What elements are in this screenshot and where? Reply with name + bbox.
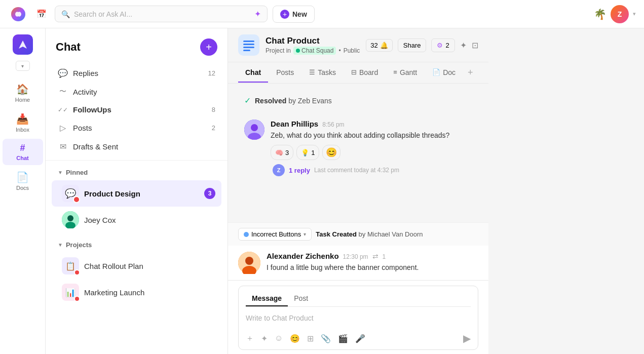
chat-nav-replies[interactable]: 💬 Replies 12	[52, 64, 221, 83]
sidebar-item-home[interactable]: 🏠 Home	[3, 79, 43, 107]
compose-tabs: Message Post	[246, 291, 471, 307]
gantt-icon: ≡	[393, 68, 397, 76]
activity-label: Activity	[73, 88, 215, 96]
home-icon: 🏠	[16, 83, 29, 95]
sidebar-item-label-inbox: Inbox	[16, 127, 29, 133]
ai-button[interactable]: ⚙ 2	[431, 38, 454, 52]
chat-new-button[interactable]: +	[200, 38, 217, 56]
compose-attach-icon[interactable]: ＋	[246, 333, 254, 344]
reply-count-link[interactable]: 1 reply	[289, 167, 310, 174]
search-placeholder: Search or Ask AI...	[74, 10, 250, 18]
projects-section-header[interactable]: ▼ Projects	[46, 237, 228, 253]
reaction-lightbulb[interactable]: 💡 1	[296, 145, 319, 160]
pinned-section-header[interactable]: ▼ Pinned	[46, 165, 228, 180]
resolved-text: Resolved by Zeb Evans	[255, 97, 332, 105]
task-status-chevron: ▾	[304, 231, 306, 237]
sidebar-logo[interactable]	[13, 34, 33, 55]
chat-nav-posts[interactable]: ▷ Posts 2	[52, 119, 221, 137]
compose-emoji2-icon[interactable]: 😊	[290, 334, 300, 343]
dean-phillips-avatar	[244, 120, 264, 140]
dm-item-joey-cox[interactable]: Joey Cox	[52, 207, 221, 233]
resolved-bar: ✓ Resolved by Zeb Evans	[238, 92, 478, 109]
reaction-brain[interactable]: 🧠 3	[271, 145, 293, 160]
svg-point-9	[251, 124, 258, 131]
user-avatar[interactable]: Z	[611, 5, 629, 23]
search-box[interactable]: 🔍 Search or Ask AI... ✦	[55, 6, 268, 22]
compose-placeholder: Write to Chat Product	[246, 314, 314, 322]
tab-doc[interactable]: 📄 Doc	[425, 63, 463, 83]
compose-mic-icon[interactable]: 🎤	[355, 334, 365, 343]
channel-avatar	[238, 34, 259, 56]
tab-tasks[interactable]: ☰ Tasks	[302, 63, 343, 83]
chat-nav-drafts[interactable]: ✉ Drafts & Sent	[52, 137, 221, 156]
compose-paperclip-icon[interactable]: 📎	[321, 334, 331, 343]
avatar-chevron[interactable]: ▾	[633, 11, 636, 17]
task-status-dot	[244, 232, 249, 237]
sidebar-collapse-btn[interactable]: ▾	[16, 61, 30, 71]
product-design-badge: 3	[204, 188, 215, 199]
message-1-time: 8:56 pm	[322, 121, 344, 128]
compose-tab-post[interactable]: Post	[288, 291, 314, 306]
ai-magic-icon[interactable]: ✦	[460, 41, 467, 50]
projects-items: 📋 Chat Rollout Plan 📊 Marketing Launch	[46, 253, 228, 305]
sidebar-item-chat[interactable]: # Chat	[3, 139, 43, 165]
compose-table-icon[interactable]: ⊞	[307, 334, 314, 343]
top-bar: 📅 🔍 Search or Ask AI... ✦ + New 🌴 Z ▾	[0, 0, 644, 28]
message-1-text: Zeb, what do you think about adding coll…	[271, 130, 472, 141]
project-item-marketing-launch[interactable]: 📊 Marketing Launch	[52, 279, 221, 305]
project-item-chat-rollout[interactable]: 📋 Chat Rollout Plan	[52, 253, 221, 279]
message-1-reactions: 🧠 3 💡 1 😊	[271, 145, 472, 160]
compose-tab-message[interactable]: Message	[246, 291, 288, 306]
channel-squad-name: Chat Squad	[301, 47, 333, 54]
message-2-header: Alexander Zichenko 12:30 pm ⇄ 1	[267, 252, 478, 260]
product-design-avatar: 💬	[62, 185, 79, 202]
chat-nav-followups[interactable]: ✓✓ FollowUps 8	[52, 101, 221, 119]
palm-icon[interactable]: 🌴	[594, 8, 607, 20]
message-1-header: Dean Phillips 8:56 pm	[271, 120, 472, 128]
sidebar-item-inbox[interactable]: 📥 Inbox	[3, 109, 43, 137]
alexander-zichenko-avatar	[238, 252, 260, 274]
ai-sparkle-icon: ✦	[254, 9, 261, 19]
tab-posts[interactable]: Posts	[269, 63, 301, 83]
compose-input[interactable]: Write to Chat Product	[246, 311, 471, 329]
tab-posts-label: Posts	[276, 68, 294, 76]
lightbulb-count: 1	[311, 149, 315, 156]
activity-icon: 〜	[58, 87, 68, 96]
chat-rollout-label: Chat Rollout Plan	[84, 262, 143, 270]
task-created-label: Task Created	[316, 230, 357, 238]
projects-section-title: Projects	[66, 241, 92, 249]
calendar-icon[interactable]: 📅	[33, 6, 50, 22]
chat-nav-activity[interactable]: 〜 Activity	[52, 83, 221, 101]
compose-send-button[interactable]: ▶	[463, 332, 471, 344]
resolved-check-icon: ✓	[244, 96, 251, 105]
tab-add-button[interactable]: +	[464, 62, 477, 83]
tab-chat[interactable]: Chat	[238, 63, 268, 83]
layout-icon[interactable]: ⊡	[472, 41, 478, 50]
compose-tab-message-label: Message	[252, 294, 282, 302]
tab-gantt[interactable]: ≡ Gantt	[386, 63, 424, 83]
channel-task-count[interactable]: 32 🔔	[366, 39, 392, 52]
marketing-launch-label: Marketing Launch	[84, 288, 144, 297]
message-block-1: Dean Phillips 8:56 pm Zeb, what do you t…	[238, 113, 478, 182]
new-button[interactable]: + New	[273, 6, 315, 23]
share-button[interactable]: Share	[398, 38, 427, 52]
compose-emoji-icon[interactable]: ☺	[275, 334, 283, 343]
app-logo[interactable]	[8, 4, 28, 24]
replies-icon: 💬	[58, 68, 68, 78]
channel-name: Chat Product	[266, 36, 360, 46]
compose-ai-icon[interactable]: ✦	[261, 334, 268, 343]
task-status-dropdown[interactable]: Incorrect Buttons ▾	[238, 228, 312, 241]
tab-board[interactable]: ⊟ Board	[344, 63, 385, 83]
pinned-item-product-design[interactable]: 💬 Product Design 3	[52, 180, 221, 207]
lightbulb-emoji: 💡	[301, 149, 309, 156]
add-reaction-button[interactable]: 😊	[322, 145, 340, 160]
task-created-text: Task Created by Michael Van Doorn	[316, 230, 423, 238]
channel-header: Chat Product Project in Chat Squad • Pub…	[228, 28, 488, 62]
replies-label: Replies	[73, 69, 203, 77]
svg-rect-7	[243, 50, 250, 51]
sidebar-item-docs[interactable]: 📄 Docs	[3, 167, 43, 195]
chat-rollout-alert	[74, 269, 80, 276]
marketing-launch-avatar: 📊	[62, 284, 79, 301]
compose-video-icon[interactable]: 🎬	[338, 334, 348, 343]
sidebar-item-more[interactable]: ⋯ More	[3, 348, 43, 354]
